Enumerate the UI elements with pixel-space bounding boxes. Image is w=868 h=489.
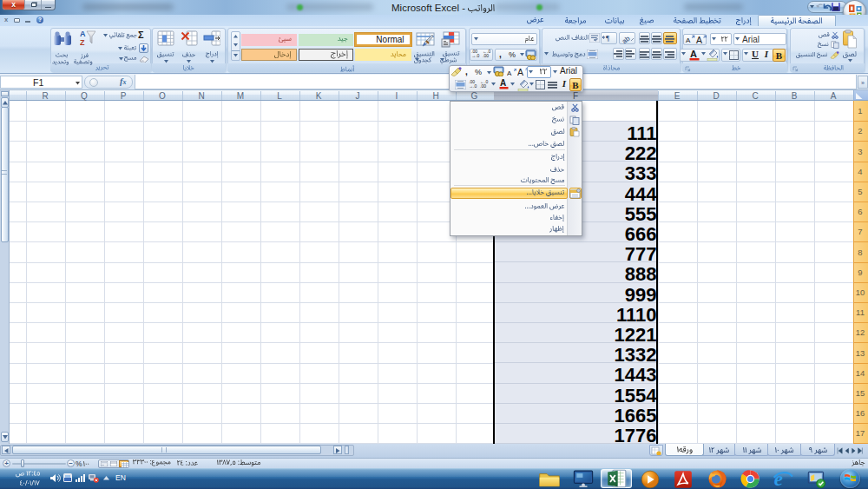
svg-text:A: A <box>517 67 523 76</box>
svg-text:A: A <box>690 49 697 59</box>
svg-text:A: A <box>507 69 512 76</box>
svg-text:¶: ¶ <box>606 34 609 43</box>
svg-text:A: A <box>696 35 702 44</box>
svg-text:A: A <box>500 78 506 88</box>
svg-text:Z: Z <box>80 38 85 46</box>
svg-text:A: A <box>80 30 86 38</box>
svg-text:ab: ab <box>621 34 632 43</box>
svg-text:A: A <box>686 36 691 43</box>
